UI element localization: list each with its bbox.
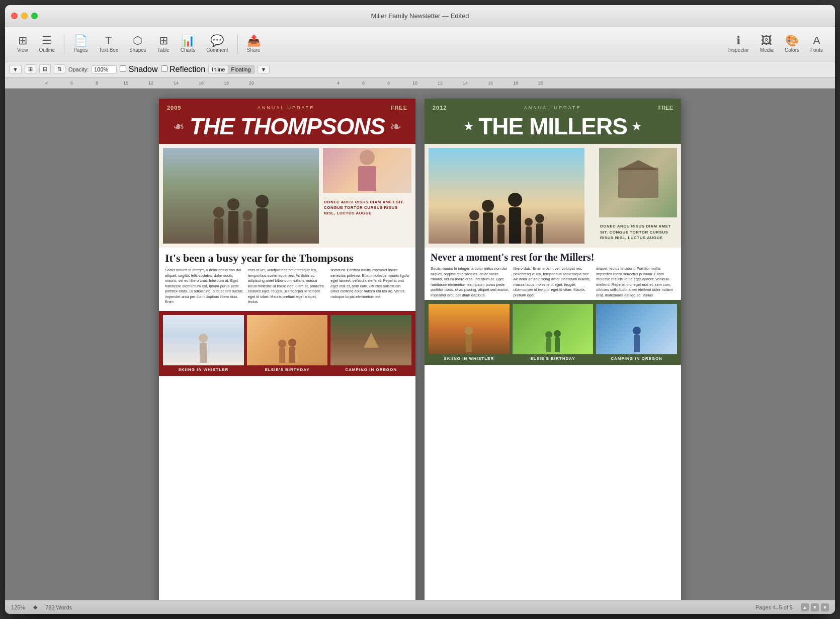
miller-free: FREE — [658, 105, 673, 111]
inline-floating-toggle[interactable]: Inline Floating — [208, 65, 254, 74]
miller-camping-img — [596, 304, 677, 354]
shadow-label: Shadow — [129, 65, 158, 73]
page-menu-button[interactable]: ▼ — [821, 603, 829, 611]
thompson-photo-birthday: ELSIE'S BIRTHDAY — [247, 315, 328, 372]
fonts-button[interactable]: A Fonts — [806, 32, 827, 56]
thompson-photo-skiing: SKIING IN WHISTLER — [163, 315, 244, 372]
thompson-annual: ANNUAL UPDATE — [258, 105, 315, 110]
media-icon: 🖼 — [761, 35, 772, 46]
thompson-camping-caption: CAMPING IN OREGON — [345, 367, 397, 372]
thompson-page: 2009 ANNUAL UPDATE FREE ❧ THE THOMPSONS … — [159, 99, 415, 600]
window-title: Miller Family Newsletter — Edited — [371, 12, 469, 20]
ruler: 4 6 8 10 12 14 16 18 20 4 6 8 10 12 14 1… — [5, 78, 835, 89]
miller-skiing-caption: SKIING IN WHISTLER — [444, 356, 494, 361]
app-window: Miller Family Newsletter — Edited ⊞ View… — [5, 5, 835, 614]
separator-2 — [237, 34, 238, 54]
canvas-area: 2009 ANNUAL UPDATE FREE ❧ THE THOMPSONS … — [5, 89, 835, 600]
thompson-skiing-img — [163, 315, 244, 365]
table-icon: ⊞ — [159, 35, 168, 46]
miller-title-row: ★ THE MILLERS ★ — [433, 113, 673, 140]
outline-label: Outline — [39, 47, 55, 53]
miller-col2: libero duis. Enim eros in vel, volutpat … — [514, 266, 593, 298]
pages-icon: 📄 — [74, 35, 88, 46]
miller-side-text: DONEC ARCU RISUS DIAM AMET SIT. CONGUE T… — [599, 220, 677, 244]
share-label: Share — [247, 47, 261, 53]
textbox-button[interactable]: T Text Box — [95, 32, 122, 56]
inline-option[interactable]: Inline — [209, 65, 228, 73]
inspector-button[interactable]: ℹ Inspector — [724, 32, 753, 56]
thompson-fleur-right: ❧ — [390, 118, 401, 135]
next-page-button[interactable]: ▼ — [811, 603, 819, 611]
thompson-headline[interactable]: It's been a busy year for the Thompsons — [165, 252, 409, 265]
miller-side-photo — [599, 148, 677, 217]
format-btn-2[interactable]: ⊟ — [39, 64, 51, 74]
wrap-btn[interactable]: ▼ — [258, 65, 270, 74]
colors-button[interactable]: 🎨 Colors — [781, 32, 803, 56]
thompson-fleur-left: ❧ — [173, 118, 185, 135]
thompson-skiing-caption: SKIING IN WHISTLER — [178, 367, 228, 372]
reflection-checkbox-label: Reflection — [161, 65, 206, 74]
style-menu[interactable]: ▼ — [9, 65, 22, 74]
view-button[interactable]: ⊞ View — [13, 32, 32, 56]
miller-headline-section: Never a moment's rest for the Millers! S… — [425, 248, 681, 300]
miller-birthday-img — [513, 304, 594, 354]
thompson-col2: eros in vel, volutpat nec pellentesque l… — [248, 268, 327, 305]
miller-star-right: ★ — [631, 119, 642, 133]
view-label: View — [17, 47, 28, 53]
thompson-title[interactable]: THE THOMPSONS — [190, 113, 385, 140]
titlebar: Miller Family Newsletter — Edited — [5, 5, 835, 27]
prev-page-button[interactable]: ▲ — [801, 603, 809, 611]
media-label: Media — [760, 47, 774, 53]
thompson-body-text: Sociis mauris in integer, a dolor netus … — [165, 268, 409, 305]
miller-col3: aliquet, lectus tincidunt. Porttitor mol… — [596, 266, 675, 298]
zoom-level: 125% — [11, 604, 25, 610]
pages-button[interactable]: 📄 Pages — [69, 32, 92, 56]
miller-photo-camping: CAMPING IN OREGON — [596, 304, 677, 361]
comment-label: Comment — [206, 47, 228, 53]
miller-birthday-caption: ELSIE'S BIRTHDAY — [530, 356, 575, 361]
miller-headline[interactable]: Never a moment's rest for the Millers! — [431, 252, 675, 263]
thompson-photo-camping: CAMPING IN OREGON — [330, 315, 411, 372]
miller-camping-caption: CAMPING IN OREGON — [611, 356, 662, 361]
miller-side-caption: DONEC ARCU RISUS DIAM AMET SIT. CONGUE T… — [599, 221, 677, 243]
media-button[interactable]: 🖼 Media — [756, 32, 778, 56]
miller-photo-skiing: SKIING IN WHISTLER — [429, 304, 510, 361]
miller-title[interactable]: THE MILLERS — [478, 113, 627, 140]
opacity-input[interactable] — [92, 65, 117, 73]
thompson-main-photo — [163, 148, 319, 244]
reflection-checkbox[interactable] — [161, 65, 167, 72]
floating-option[interactable]: Floating — [228, 65, 254, 73]
thompson-bottom-photos: SKIING IN WHISTLER — [159, 311, 415, 376]
charts-label: Charts — [181, 47, 195, 53]
comment-icon: 💬 — [210, 35, 224, 46]
charts-icon: 📊 — [181, 35, 195, 46]
share-button[interactable]: 📤 Share — [243, 32, 265, 56]
pages-label: Pages — [73, 47, 88, 53]
page-count: Pages 4–5 of 5 — [755, 604, 793, 610]
table-button[interactable]: ⊞ Table — [153, 32, 174, 56]
format-btn-1[interactable]: ⊞ — [25, 64, 36, 74]
separator-1 — [64, 34, 64, 54]
minimize-button[interactable] — [21, 13, 28, 19]
thompson-birthday-img — [247, 315, 328, 365]
thompson-photos-row: DONEC ARCU RISUS DIAM AMET SIT. CONGUE T… — [159, 144, 415, 248]
miller-side-col: DONEC ARCU RISUS DIAM AMET SIT. CONGUE T… — [599, 148, 677, 244]
maximize-button[interactable] — [31, 13, 38, 19]
thompson-title-row: ❧ THE THOMPSONS ❧ — [167, 113, 407, 140]
word-count: 783 Words — [45, 604, 72, 610]
thompson-col3: tincidunt. Porttitor mollis imperdiet li… — [330, 268, 409, 305]
shapes-button[interactable]: ⬡ Shapes — [125, 32, 150, 56]
inspector-label: Inspector — [728, 47, 749, 53]
arrange-btn[interactable]: ⇅ — [54, 64, 65, 74]
miller-photos-row: DONEC ARCU RISUS DIAM AMET SIT. CONGUE T… — [425, 144, 681, 248]
thompson-header: 2009 ANNUAL UPDATE FREE ❧ THE THOMPSONS … — [159, 99, 415, 144]
miller-main-photo — [429, 148, 584, 244]
close-button[interactable] — [11, 13, 18, 19]
colors-icon: 🎨 — [785, 35, 799, 46]
shadow-checkbox[interactable] — [120, 65, 126, 72]
charts-button[interactable]: 📊 Charts — [177, 32, 199, 56]
comment-button[interactable]: 💬 Comment — [202, 32, 232, 56]
textbox-label: Text Box — [99, 47, 118, 53]
thompson-side-text: DONEC ARCU RISUS DIAM AMET SIT. CONGUE T… — [323, 195, 411, 220]
outline-button[interactable]: ☰ Outline — [35, 32, 59, 56]
